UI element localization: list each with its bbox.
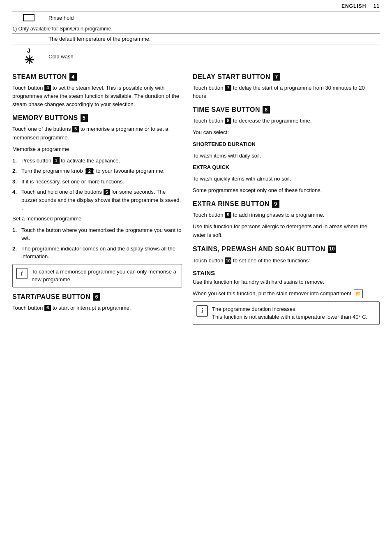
- start-pause-text: Touch button 6 to start or interrupt a p…: [12, 304, 182, 312]
- steam-badge: 4: [69, 73, 77, 81]
- extra-rinse-badge: 9: [272, 200, 279, 208]
- extra-quick-bold: EXTRA QUICK: [193, 164, 229, 170]
- er-text1: Touch button: [193, 212, 223, 218]
- start-pause-title: START/PAUSE BUTTON: [12, 293, 90, 301]
- main-content: STEAM BUTTON 4 Touch button 4 to set the…: [0, 69, 392, 328]
- start-pause-text2: to start or interrupt a programme.: [53, 305, 131, 311]
- memory-badge: 5: [81, 114, 88, 122]
- set-step1-text: Touch the button where you memorised the…: [21, 226, 182, 242]
- stains-text2-content: When you set this function, put the stai…: [193, 290, 351, 297]
- stains-prewash-badge-inline: 10: [225, 257, 231, 264]
- extra-rinse-text3: Use this function for persons allergic t…: [193, 222, 380, 239]
- sp-text2: to set one of the these functions:: [233, 257, 310, 264]
- stains-text1: Use this function for laundry with hard …: [193, 278, 380, 286]
- ts-text2: to decrease the programme time.: [233, 118, 311, 124]
- stains-prewash-text: Touch button 10 to set one of the these …: [193, 257, 380, 265]
- memorise-steps: 1. Press button 1 to activate the applia…: [12, 157, 182, 212]
- start-pause-text1: Touch button: [12, 305, 43, 311]
- steam-text1: Touch button: [12, 85, 43, 91]
- footnote-text: 1) Only available for Spin/Drain program…: [12, 26, 113, 32]
- info-icon-memory: i: [16, 268, 28, 279]
- steam-badge-inline: 4: [44, 85, 51, 91]
- stains-info1: The programme duration increases.: [212, 306, 297, 312]
- extra-rinse-text: Touch button 9 to add rinsing phases to …: [193, 211, 380, 219]
- memory-intro1: Touch one of the buttons: [12, 126, 71, 132]
- memorise-step-3: 3. If it is necessary, set one or more f…: [12, 178, 182, 186]
- col-left: STEAM BUTTON 4 Touch button 4 to set the…: [12, 73, 189, 328]
- page-header: ENGLISH 11: [0, 0, 392, 11]
- memory-buttons-title: MEMORY BUTTONS: [12, 114, 78, 122]
- sp-text1: Touch button: [193, 257, 223, 264]
- shortened-text: To wash items with daily soil.: [193, 152, 380, 160]
- stains-subheading: STAINS: [193, 269, 380, 276]
- steam-button-text: Touch button 4 to set the steam level. T…: [12, 84, 182, 109]
- memorise-step-2: 2. Turn the programme knob (2) to your f…: [12, 167, 182, 175]
- extra-quick-text: To wash quickly items with almost no soi…: [193, 175, 380, 183]
- memory-badge-inline: 5: [72, 126, 79, 132]
- step1-badge: 1: [53, 157, 60, 164]
- stains-prewash-heading: STAINS, PREWASH AND SOAK BUTTON 10: [193, 245, 380, 254]
- rinse-hold-icon: [23, 14, 35, 21]
- memory-info-box: i To cancel a memorised programme you ca…: [12, 264, 182, 287]
- extra-rinse-heading: EXTRA RINSE BUTTON 9: [193, 200, 380, 208]
- stains-prewash-badge: 10: [328, 246, 336, 253]
- delay-badge-inline: 7: [225, 85, 231, 91]
- cold-wash-icon: ✳: [24, 55, 34, 66]
- memorise-step-4: 4. Touch and hold one of the buttons 5 f…: [12, 188, 182, 212]
- memory-intro-text: Touch one of the buttons 5 to memorise a…: [12, 125, 182, 141]
- delay-start-text: Touch button 7 to delay the start of a p…: [193, 84, 380, 100]
- stains-info-box: i The programme duration increases. This…: [193, 301, 380, 325]
- cold-wash-row: J ✳ Cold wash: [12, 44, 380, 69]
- stains-info2: This function is not available with a te…: [212, 314, 367, 320]
- default-temp-text: The default temperature of the programme…: [45, 36, 380, 42]
- start-pause-badge: 6: [93, 293, 100, 301]
- col-right: DELAY START BUTTON 7 Touch button 7 to d…: [189, 73, 380, 328]
- cold-wash-icon-cell: J ✳: [12, 47, 45, 66]
- extra-rinse-badge-inline: 9: [225, 212, 231, 218]
- delay-start-heading: DELAY START BUTTON 7: [193, 73, 380, 81]
- memory-buttons-heading: MEMORY BUTTONS 5: [12, 114, 182, 122]
- lang-label: ENGLISH: [341, 3, 366, 9]
- set-step-2: 2. The programme indicator comes on and …: [12, 245, 182, 261]
- time-save-heading: TIME SAVE BUTTON 8: [193, 106, 380, 114]
- j-label-cell: [12, 36, 45, 42]
- start-pause-heading: START/PAUSE BUTTON 6: [12, 293, 182, 301]
- steam-button-title: STEAM BUTTON: [12, 73, 67, 81]
- page-number: 11: [374, 3, 380, 9]
- set-step2-text: The programme indicator comes on and the…: [21, 245, 182, 261]
- step4-badge: 5: [104, 189, 110, 195]
- delay-start-badge: 7: [273, 73, 280, 81]
- time-save-title: TIME SAVE BUTTON: [193, 106, 260, 114]
- page-lang-num: ENGLISH 11: [341, 3, 380, 9]
- shortened-bold: SHORTENED DURATION: [193, 141, 256, 147]
- time-save-note: Some programmes accept only one of these…: [193, 186, 380, 195]
- memorise-label: Memorise a programme: [12, 145, 182, 153]
- j-label: J: [23, 47, 35, 54]
- start-pause-badge-inline: 6: [44, 305, 51, 311]
- set-step-1: 1. Touch the button where you memorised …: [12, 226, 182, 242]
- extra-rinse-title: EXTRA RINSE BUTTON: [193, 200, 270, 208]
- time-save-badge-inline: 8: [225, 118, 231, 124]
- memorise-step-1: 1. Press button 1 to activate the applia…: [12, 157, 182, 165]
- stains-prewash-title: STAINS, PREWASH AND SOAK BUTTON: [193, 245, 325, 254]
- set-steps: 1. Touch the button where you memorised …: [12, 226, 182, 261]
- step2-badge: 2: [86, 168, 93, 174]
- rinse-hold-icon-cell: [12, 14, 45, 21]
- time-save-text1: Touch button 8 to decrease the programme…: [193, 117, 380, 125]
- extra-quick-label: EXTRA QUICK: [193, 163, 380, 171]
- rinse-hold-row: Rinse hold: [12, 12, 380, 24]
- set-label: Set a memorised programme: [12, 215, 182, 223]
- top-table: Rinse hold 1) Only available for Spin/Dr…: [12, 11, 380, 69]
- memory-info-text: To cancel a memorised programme you can …: [32, 268, 178, 284]
- delay-start-title: DELAY START BUTTON: [193, 73, 270, 81]
- page: ENGLISH 11 Rinse hold 1) Only available …: [0, 0, 392, 556]
- steam-button-heading: STEAM BUTTON 4: [12, 73, 182, 81]
- delay-text1: Touch button: [193, 85, 223, 91]
- info-icon-stains: i: [196, 305, 208, 317]
- footnote-row: 1) Only available for Spin/Drain program…: [12, 24, 380, 34]
- stains-text2: When you set this function, put the stai…: [193, 290, 380, 298]
- you-can-select: You can select:: [193, 128, 380, 137]
- er-text2: to add rinsing phases to a programme.: [233, 212, 325, 218]
- stains-info-text: The programme duration increases. This f…: [212, 305, 376, 321]
- compartment-icon: 📂: [354, 290, 363, 298]
